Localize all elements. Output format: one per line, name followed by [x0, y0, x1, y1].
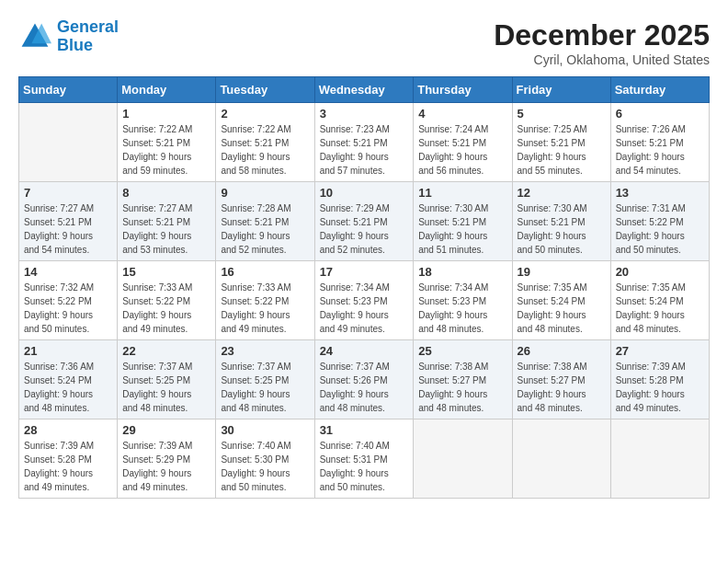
title-area: December 2025 Cyril, Oklahoma, United St… [494, 18, 710, 67]
calendar-cell: 5Sunrise: 7:25 AM Sunset: 5:21 PM Daylig… [512, 103, 610, 182]
calendar-cell: 30Sunrise: 7:40 AM Sunset: 5:30 PM Dayli… [216, 419, 314, 499]
calendar-cell: 18Sunrise: 7:34 AM Sunset: 5:23 PM Dayli… [414, 261, 512, 340]
day-number: 15 [122, 265, 210, 279]
day-number: 17 [320, 265, 409, 279]
day-number: 23 [221, 344, 309, 358]
weekday-header: Wednesday [314, 77, 414, 103]
day-number: 25 [418, 344, 506, 358]
calendar-cell: 23Sunrise: 7:37 AM Sunset: 5:25 PM Dayli… [216, 340, 314, 419]
calendar-cell: 10Sunrise: 7:29 AM Sunset: 5:21 PM Dayli… [314, 182, 414, 261]
cell-info: Sunrise: 7:40 AM Sunset: 5:31 PM Dayligh… [320, 439, 409, 494]
calendar-cell: 19Sunrise: 7:35 AM Sunset: 5:24 PM Dayli… [512, 261, 610, 340]
weekday-header: Monday [118, 77, 216, 103]
day-number: 20 [616, 265, 704, 279]
calendar-cell: 12Sunrise: 7:30 AM Sunset: 5:21 PM Dayli… [512, 182, 610, 261]
calendar-cell: 6Sunrise: 7:26 AM Sunset: 5:21 PM Daylig… [610, 103, 709, 182]
day-number: 2 [221, 107, 309, 121]
cell-info: Sunrise: 7:39 AM Sunset: 5:28 PM Dayligh… [24, 439, 112, 494]
calendar-cell: 11Sunrise: 7:30 AM Sunset: 5:21 PM Dayli… [414, 182, 512, 261]
calendar-cell: 1Sunrise: 7:22 AM Sunset: 5:21 PM Daylig… [118, 103, 216, 182]
day-number: 27 [616, 344, 704, 358]
calendar-cell: 13Sunrise: 7:31 AM Sunset: 5:22 PM Dayli… [610, 182, 709, 261]
page-subtitle: Cyril, Oklahoma, United States [494, 52, 710, 67]
cell-info: Sunrise: 7:33 AM Sunset: 5:22 PM Dayligh… [122, 281, 210, 336]
cell-info: Sunrise: 7:25 AM Sunset: 5:21 PM Dayligh… [518, 122, 606, 178]
cell-info: Sunrise: 7:37 AM Sunset: 5:25 PM Dayligh… [221, 360, 309, 415]
day-number: 21 [24, 344, 112, 358]
calendar-cell: 26Sunrise: 7:38 AM Sunset: 5:27 PM Dayli… [512, 340, 610, 419]
calendar-week-row: 21Sunrise: 7:36 AM Sunset: 5:24 PM Dayli… [19, 340, 710, 419]
cell-info: Sunrise: 7:22 AM Sunset: 5:21 PM Dayligh… [122, 122, 210, 178]
calendar-cell: 9Sunrise: 7:28 AM Sunset: 5:21 PM Daylig… [216, 182, 314, 261]
cell-info: Sunrise: 7:33 AM Sunset: 5:22 PM Dayligh… [221, 281, 309, 336]
cell-info: Sunrise: 7:27 AM Sunset: 5:21 PM Dayligh… [24, 201, 112, 257]
calendar-cell: 14Sunrise: 7:32 AM Sunset: 5:22 PM Dayli… [19, 261, 118, 340]
page-title: December 2025 [494, 18, 710, 52]
calendar-cell: 8Sunrise: 7:27 AM Sunset: 5:21 PM Daylig… [118, 182, 216, 261]
cell-info: Sunrise: 7:40 AM Sunset: 5:30 PM Dayligh… [221, 439, 309, 494]
cell-info: Sunrise: 7:35 AM Sunset: 5:24 PM Dayligh… [518, 281, 606, 336]
cell-info: Sunrise: 7:23 AM Sunset: 5:21 PM Dayligh… [320, 122, 409, 178]
logo-text: General Blue [57, 18, 119, 55]
calendar-week-row: 14Sunrise: 7:32 AM Sunset: 5:22 PM Dayli… [19, 261, 710, 340]
cell-info: Sunrise: 7:34 AM Sunset: 5:23 PM Dayligh… [418, 281, 506, 336]
cell-info: Sunrise: 7:39 AM Sunset: 5:28 PM Dayligh… [616, 360, 704, 415]
calendar-cell: 4Sunrise: 7:24 AM Sunset: 5:21 PM Daylig… [414, 103, 512, 182]
cell-info: Sunrise: 7:30 AM Sunset: 5:21 PM Dayligh… [518, 201, 606, 257]
day-number: 7 [24, 186, 112, 200]
calendar-cell: 3Sunrise: 7:23 AM Sunset: 5:21 PM Daylig… [314, 103, 414, 182]
day-number: 28 [24, 423, 112, 437]
cell-info: Sunrise: 7:32 AM Sunset: 5:22 PM Dayligh… [24, 281, 112, 336]
calendar-table: SundayMondayTuesdayWednesdayThursdayFrid… [18, 76, 710, 499]
weekday-header: Saturday [610, 77, 709, 103]
calendar-cell: 31Sunrise: 7:40 AM Sunset: 5:31 PM Dayli… [314, 419, 414, 499]
calendar-cell: 7Sunrise: 7:27 AM Sunset: 5:21 PM Daylig… [19, 182, 118, 261]
calendar-week-row: 7Sunrise: 7:27 AM Sunset: 5:21 PM Daylig… [19, 182, 710, 261]
calendar-cell [414, 419, 512, 499]
cell-info: Sunrise: 7:38 AM Sunset: 5:27 PM Dayligh… [518, 360, 606, 415]
calendar-cell [610, 419, 709, 499]
cell-info: Sunrise: 7:37 AM Sunset: 5:25 PM Dayligh… [122, 360, 210, 415]
cell-info: Sunrise: 7:37 AM Sunset: 5:26 PM Dayligh… [320, 360, 409, 415]
calendar-cell: 20Sunrise: 7:35 AM Sunset: 5:24 PM Dayli… [610, 261, 709, 340]
cell-info: Sunrise: 7:22 AM Sunset: 5:21 PM Dayligh… [221, 122, 309, 178]
weekday-header: Thursday [414, 77, 512, 103]
calendar-cell: 15Sunrise: 7:33 AM Sunset: 5:22 PM Dayli… [118, 261, 216, 340]
day-number: 10 [320, 186, 409, 200]
calendar-cell: 22Sunrise: 7:37 AM Sunset: 5:25 PM Dayli… [118, 340, 216, 419]
calendar-cell: 25Sunrise: 7:38 AM Sunset: 5:27 PM Dayli… [414, 340, 512, 419]
day-number: 4 [418, 107, 506, 121]
cell-info: Sunrise: 7:27 AM Sunset: 5:21 PM Dayligh… [122, 201, 210, 257]
day-number: 16 [221, 265, 309, 279]
day-number: 11 [418, 186, 506, 200]
day-number: 5 [518, 107, 606, 121]
day-number: 24 [320, 344, 409, 358]
calendar-cell: 2Sunrise: 7:22 AM Sunset: 5:21 PM Daylig… [216, 103, 314, 182]
cell-info: Sunrise: 7:38 AM Sunset: 5:27 PM Dayligh… [418, 360, 506, 415]
header: General Blue December 2025 Cyril, Oklaho… [18, 18, 710, 67]
calendar-header-row: SundayMondayTuesdayWednesdayThursdayFrid… [19, 77, 710, 103]
day-number: 13 [616, 186, 704, 200]
weekday-header: Friday [512, 77, 610, 103]
day-number: 31 [320, 423, 409, 437]
calendar-cell [19, 103, 118, 182]
calendar-cell [512, 419, 610, 499]
logo: General Blue [18, 18, 119, 55]
cell-info: Sunrise: 7:28 AM Sunset: 5:21 PM Dayligh… [221, 201, 309, 257]
calendar-cell: 24Sunrise: 7:37 AM Sunset: 5:26 PM Dayli… [314, 340, 414, 419]
calendar-cell: 16Sunrise: 7:33 AM Sunset: 5:22 PM Dayli… [216, 261, 314, 340]
day-number: 26 [518, 344, 606, 358]
calendar-week-row: 28Sunrise: 7:39 AM Sunset: 5:28 PM Dayli… [19, 419, 710, 499]
calendar-cell: 28Sunrise: 7:39 AM Sunset: 5:28 PM Dayli… [19, 419, 118, 499]
cell-info: Sunrise: 7:30 AM Sunset: 5:21 PM Dayligh… [418, 201, 506, 257]
cell-info: Sunrise: 7:34 AM Sunset: 5:23 PM Dayligh… [320, 281, 409, 336]
day-number: 8 [122, 186, 210, 200]
day-number: 22 [122, 344, 210, 358]
calendar-week-row: 1Sunrise: 7:22 AM Sunset: 5:21 PM Daylig… [19, 103, 710, 182]
day-number: 12 [518, 186, 606, 200]
day-number: 19 [518, 265, 606, 279]
cell-info: Sunrise: 7:36 AM Sunset: 5:24 PM Dayligh… [24, 360, 112, 415]
day-number: 6 [616, 107, 704, 121]
day-number: 14 [24, 265, 112, 279]
calendar-cell: 21Sunrise: 7:36 AM Sunset: 5:24 PM Dayli… [19, 340, 118, 419]
